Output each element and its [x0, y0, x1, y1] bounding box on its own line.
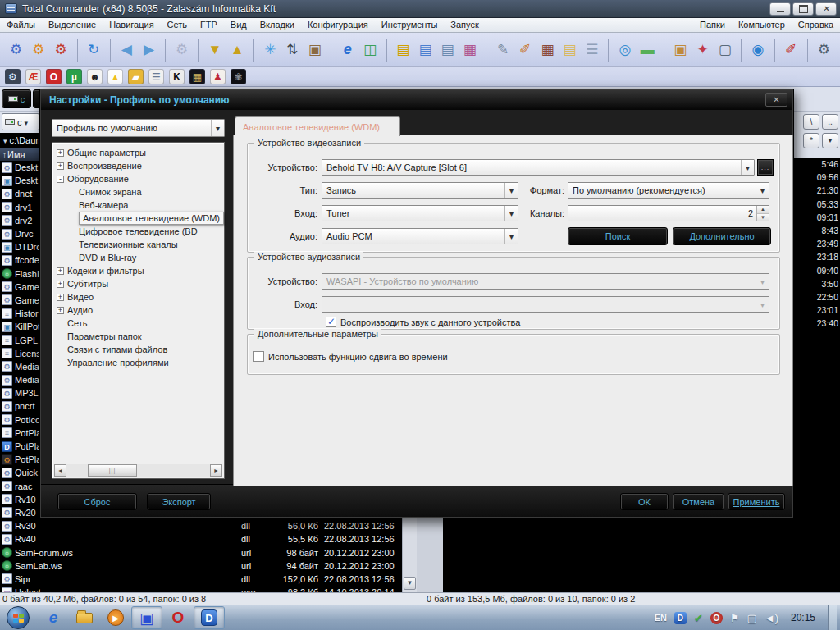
- tree-item[interactable]: Параметры папок: [55, 330, 221, 343]
- separator[interactable]: [253, 39, 254, 62]
- list-icon[interactable]: ☰: [582, 39, 602, 61]
- cancel-button[interactable]: Отмена: [673, 493, 724, 510]
- gear-red-icon[interactable]: ⚙: [50, 39, 71, 61]
- audio-device-combo[interactable]: WASAPI - Устройство по умолчанию: [322, 273, 769, 290]
- file-row[interactable]: Rv30 dll 56,0 Кб 22.08.2013 12:56: [0, 519, 402, 532]
- clipboard-icon[interactable]: ▣: [304, 39, 325, 61]
- pane-arrow-down-icon[interactable]: ▼: [204, 39, 225, 61]
- tree-expander-icon[interactable]: +: [57, 294, 64, 301]
- path-history-icon[interactable]: [3, 135, 7, 145]
- reset-button[interactable]: Сброс: [57, 493, 137, 510]
- doc-warning-icon[interactable]: ▤: [393, 39, 413, 61]
- taskbar-save-tool-icon[interactable]: ▣: [131, 606, 162, 629]
- tree-expander-icon[interactable]: +: [57, 162, 64, 170]
- separator[interactable]: [608, 39, 609, 62]
- separator[interactable]: [165, 39, 166, 62]
- tree-item[interactable]: Управление профилями: [55, 356, 221, 369]
- refresh-icon[interactable]: ↻: [84, 39, 104, 61]
- dark-app-icon[interactable]: ▦: [189, 69, 205, 84]
- checkbox-checked-icon[interactable]: [326, 317, 336, 327]
- tray-language-indicator[interactable]: EN: [655, 613, 667, 623]
- audio-combo[interactable]: Audio PCM: [322, 228, 518, 244]
- start-button[interactable]: [7, 606, 30, 629]
- favorites-button[interactable]: *: [803, 133, 819, 148]
- gear-blue-icon[interactable]: ⚙: [6, 39, 26, 61]
- folder-app-icon[interactable]: ▰: [128, 69, 144, 84]
- note-icon[interactable]: ▤: [559, 39, 580, 61]
- tree-item[interactable]: + Аудио: [55, 304, 221, 317]
- monitor-icon[interactable]: ▢: [714, 39, 735, 61]
- checkbox-unchecked-icon[interactable]: [253, 351, 264, 362]
- file-row[interactable]: Sipr dll 152,0 Кб 22.08.2013 12:56: [0, 573, 402, 586]
- separator[interactable]: [774, 39, 775, 62]
- list-doc-icon[interactable]: ☰: [148, 69, 164, 84]
- menu-item[interactable]: Навигация: [103, 18, 160, 32]
- tree-item[interactable]: + Видео: [55, 290, 221, 304]
- doc-copy-icon[interactable]: ▤: [437, 39, 458, 61]
- search-button[interactable]: Поиск: [568, 227, 668, 245]
- separator[interactable]: [198, 39, 199, 62]
- maximize-button[interactable]: [792, 2, 814, 16]
- tray-action-center-icon[interactable]: ⚑: [730, 612, 740, 624]
- separator[interactable]: [807, 39, 808, 62]
- menu-item[interactable]: Конфигурация: [301, 18, 375, 32]
- separator[interactable]: [486, 39, 486, 62]
- kmplayer-icon[interactable]: K: [169, 69, 185, 84]
- menu-item[interactable]: Справка: [792, 18, 840, 32]
- menu-item[interactable]: Запуск: [444, 18, 485, 32]
- utorrent-icon[interactable]: µ: [66, 69, 82, 84]
- tree-item[interactable]: Телевизионные каналы: [55, 238, 221, 251]
- swirl-icon[interactable]: ◎: [614, 39, 635, 61]
- tray-opera-icon[interactable]: O: [710, 612, 723, 624]
- menu-item[interactable]: Вкладки: [253, 18, 301, 32]
- brush-icon[interactable]: ✐: [515, 39, 536, 61]
- snowflake-icon[interactable]: ✳: [260, 39, 281, 61]
- apply-button[interactable]: Применить: [728, 493, 785, 510]
- gear-dim-icon[interactable]: ⚙: [171, 39, 192, 61]
- taskbar-media-player-icon[interactable]: ▶: [100, 606, 131, 629]
- file-row[interactable]: Rv40 dll 55,5 Кб 22.08.2013 12:56: [0, 532, 402, 546]
- scrollbar-thumb[interactable]: [88, 464, 137, 477]
- clock[interactable]: 20:15: [791, 612, 815, 623]
- pen-icon[interactable]: ✎: [492, 39, 513, 61]
- spin-up-icon[interactable]: [757, 206, 769, 214]
- tray-potplayer-icon[interactable]: D: [674, 612, 687, 624]
- menu-item[interactable]: Инструменты: [375, 18, 445, 32]
- scroll-down-icon[interactable]: ▼: [404, 577, 416, 590]
- tree-expander-icon[interactable]: -: [57, 176, 64, 183]
- separator[interactable]: [741, 39, 742, 62]
- menu-item[interactable]: Папки: [693, 18, 732, 32]
- type-combo[interactable]: Запись: [322, 182, 518, 199]
- timeshift-checkbox[interactable]: Использовать функцию сдвига во времени: [253, 351, 448, 362]
- show-desktop-button[interactable]: [828, 605, 837, 630]
- film-gear-icon[interactable]: ⚙: [5, 69, 21, 84]
- tree-item[interactable]: + Воспроизведение: [55, 159, 221, 172]
- film-gear-icon[interactable]: ⚙: [814, 39, 834, 61]
- root-button[interactable]: \: [803, 114, 819, 130]
- scroll-left-icon[interactable]: ◄: [54, 464, 66, 477]
- close-button[interactable]: [815, 2, 837, 16]
- file-row[interactable]: SamForum.ws url 98 байт 20.12.2012 23:00: [0, 546, 402, 559]
- dialog-close-button[interactable]: ✕: [765, 93, 788, 107]
- menu-item[interactable]: Файлы: [0, 18, 42, 32]
- tree-item[interactable]: Веб-камера: [55, 199, 221, 212]
- minimize-button[interactable]: [769, 2, 791, 16]
- parent-dir-button[interactable]: ..: [822, 114, 838, 130]
- tree-expander-icon[interactable]: +: [57, 267, 64, 275]
- input-combo[interactable]: Tuner: [322, 205, 518, 221]
- advanced-button[interactable]: Дополнительно: [673, 227, 771, 245]
- file-row[interactable]: SamLab.ws url 94 байт 20.12.2012 23:00: [0, 559, 402, 573]
- dark-hand-icon[interactable]: ✾: [231, 69, 246, 84]
- separator[interactable]: [77, 39, 78, 62]
- channels-spinner[interactable]: 2: [568, 205, 769, 221]
- taskbar-opera-icon[interactable]: O: [162, 606, 194, 629]
- color-grid-icon[interactable]: ▦: [459, 39, 480, 61]
- tray-usb-icon[interactable]: ✔: [694, 612, 703, 624]
- scroll-right-icon[interactable]: ►: [210, 464, 222, 477]
- export-button[interactable]: Экспорт: [147, 493, 211, 510]
- history-button[interactable]: ▼: [822, 133, 838, 148]
- browse-button[interactable]: ...: [757, 159, 774, 176]
- tree-item[interactable]: Цифровое телевидение (BD: [55, 225, 221, 238]
- tree-item[interactable]: Связи с типами файлов: [55, 343, 221, 356]
- taskbar-explorer-icon[interactable]: [69, 606, 100, 629]
